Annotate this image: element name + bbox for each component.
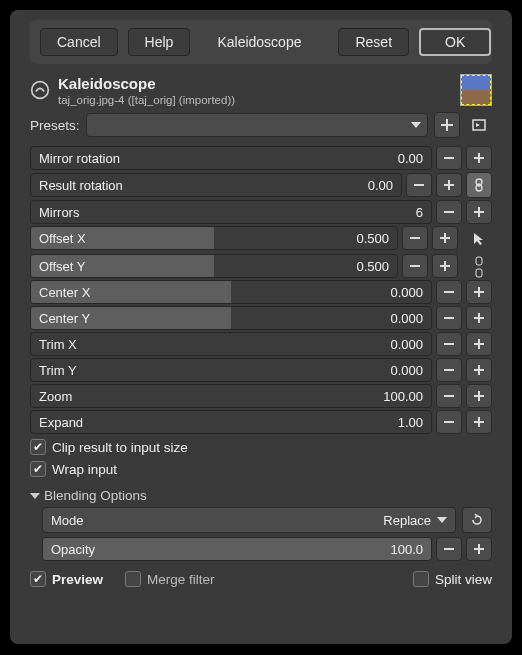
trim-x-plus[interactable] bbox=[466, 332, 492, 356]
mirror-rotation-label: Mirror rotation bbox=[39, 147, 120, 169]
offset-x-slider[interactable]: Offset X 0.500 bbox=[30, 226, 398, 250]
preset-add-button[interactable] bbox=[434, 112, 460, 138]
trim-x-value: 0.000 bbox=[390, 333, 423, 355]
mirrors-label: Mirrors bbox=[39, 201, 79, 223]
blend-mode-reset-button[interactable] bbox=[462, 507, 492, 533]
opacity-value: 100.0 bbox=[390, 538, 423, 560]
center-y-plus[interactable] bbox=[466, 306, 492, 330]
center-y-minus[interactable] bbox=[436, 306, 462, 330]
offset-chain-icon[interactable] bbox=[466, 256, 492, 278]
preset-manage-button[interactable] bbox=[466, 112, 492, 138]
expand-label: Expand bbox=[39, 411, 83, 433]
center-x-plus[interactable] bbox=[466, 280, 492, 304]
trim-y-minus[interactable] bbox=[436, 358, 462, 382]
center-x-slider[interactable]: Center X 0.000 bbox=[30, 280, 432, 304]
opacity-plus[interactable] bbox=[466, 537, 492, 561]
opacity-slider[interactable]: Opacity 100.0 bbox=[42, 537, 432, 561]
blend-mode-label: Mode bbox=[51, 513, 84, 528]
cancel-button[interactable]: Cancel bbox=[40, 28, 118, 56]
mirrors-value: 6 bbox=[416, 201, 423, 223]
blending-section-toggle[interactable]: Blending Options bbox=[30, 480, 492, 507]
help-button[interactable]: Help bbox=[128, 28, 191, 56]
split-view-checkbox[interactable] bbox=[413, 571, 429, 587]
gegl-icon bbox=[30, 80, 50, 100]
expand-plus[interactable] bbox=[466, 410, 492, 434]
result-rotation-plus[interactable] bbox=[436, 173, 462, 197]
zoom-value: 100.00 bbox=[383, 385, 423, 407]
merge-filter-label: Merge filter bbox=[147, 572, 215, 587]
mirror-rotation-slider[interactable]: Mirror rotation 0.00 bbox=[30, 146, 432, 170]
trim-y-value: 0.000 bbox=[390, 359, 423, 381]
filter-title: Kaleidoscope bbox=[58, 75, 452, 92]
blend-mode-select[interactable]: Mode Replace bbox=[42, 507, 456, 533]
offset-y-value: 0.500 bbox=[356, 255, 389, 277]
opacity-label: Opacity bbox=[51, 538, 95, 560]
offset-pick-button[interactable] bbox=[466, 226, 492, 252]
dialog-button-bar: Cancel Help Kaleidoscope Reset OK bbox=[30, 20, 492, 64]
trim-y-slider[interactable]: Trim Y 0.000 bbox=[30, 358, 432, 382]
wrap-label: Wrap input bbox=[52, 462, 117, 477]
zoom-plus[interactable] bbox=[466, 384, 492, 408]
zoom-minus[interactable] bbox=[436, 384, 462, 408]
dialog-name-label: Kaleidoscope bbox=[200, 28, 318, 56]
blending-section-label: Blending Options bbox=[44, 488, 147, 503]
merge-filter-checkbox[interactable] bbox=[125, 571, 141, 587]
chevron-down-icon bbox=[411, 122, 421, 128]
chevron-down-icon bbox=[437, 517, 447, 523]
result-rotation-slider[interactable]: Result rotation 0.00 bbox=[30, 173, 402, 197]
preview-label: Preview bbox=[52, 572, 103, 587]
expand-minus[interactable] bbox=[436, 410, 462, 434]
ok-button[interactable]: OK bbox=[419, 28, 491, 56]
offset-x-value: 0.500 bbox=[356, 227, 389, 249]
presets-label: Presets: bbox=[30, 118, 80, 133]
trim-x-slider[interactable]: Trim X 0.000 bbox=[30, 332, 432, 356]
offset-x-plus[interactable] bbox=[432, 226, 458, 250]
svg-rect-24 bbox=[476, 269, 482, 277]
center-x-label: Center X bbox=[39, 281, 90, 303]
mirror-rotation-value: 0.00 bbox=[398, 147, 423, 169]
trim-y-label: Trim Y bbox=[39, 359, 77, 381]
center-y-label: Center Y bbox=[39, 307, 90, 329]
svg-marker-4 bbox=[476, 123, 480, 127]
wrap-checkbox[interactable] bbox=[30, 461, 46, 477]
mirror-rotation-plus[interactable] bbox=[466, 146, 492, 170]
clip-checkbox[interactable] bbox=[30, 439, 46, 455]
result-rotation-value: 0.00 bbox=[368, 174, 393, 196]
center-x-minus[interactable] bbox=[436, 280, 462, 304]
trim-y-plus[interactable] bbox=[466, 358, 492, 382]
rotation-link-button[interactable] bbox=[466, 172, 492, 198]
center-y-value: 0.000 bbox=[390, 307, 423, 329]
zoom-label: Zoom bbox=[39, 385, 72, 407]
center-y-slider[interactable]: Center Y 0.000 bbox=[30, 306, 432, 330]
svg-rect-23 bbox=[476, 257, 482, 265]
mirrors-minus[interactable] bbox=[436, 200, 462, 224]
mirrors-slider[interactable]: Mirrors 6 bbox=[30, 200, 432, 224]
offset-y-label: Offset Y bbox=[39, 255, 86, 277]
opacity-minus[interactable] bbox=[436, 537, 462, 561]
split-view-label: Split view bbox=[435, 572, 492, 587]
offset-y-slider[interactable]: Offset Y 0.500 bbox=[30, 254, 398, 278]
dialog-window: Cancel Help Kaleidoscope Reset OK Kaleid… bbox=[10, 10, 512, 644]
svg-point-0 bbox=[32, 82, 49, 99]
expand-value: 1.00 bbox=[398, 411, 423, 433]
expand-slider[interactable]: Expand 1.00 bbox=[30, 410, 432, 434]
zoom-slider[interactable]: Zoom 100.00 bbox=[30, 384, 432, 408]
blend-mode-value: Replace bbox=[383, 513, 431, 528]
trim-x-minus[interactable] bbox=[436, 332, 462, 356]
mirrors-plus[interactable] bbox=[466, 200, 492, 224]
result-rotation-minus[interactable] bbox=[406, 173, 432, 197]
preview-checkbox[interactable] bbox=[30, 571, 46, 587]
trim-x-label: Trim X bbox=[39, 333, 77, 355]
reset-button[interactable]: Reset bbox=[338, 28, 409, 56]
offset-y-plus[interactable] bbox=[432, 254, 458, 278]
mirror-rotation-minus[interactable] bbox=[436, 146, 462, 170]
result-rotation-label: Result rotation bbox=[39, 174, 123, 196]
offset-y-minus[interactable] bbox=[402, 254, 428, 278]
clip-label: Clip result to input size bbox=[52, 440, 188, 455]
filter-subtitle: taj_orig.jpg-4 ([taj_orig] (imported)) bbox=[58, 94, 452, 106]
offset-x-label: Offset X bbox=[39, 227, 86, 249]
center-x-value: 0.000 bbox=[390, 281, 423, 303]
offset-x-minus[interactable] bbox=[402, 226, 428, 250]
expand-triangle-icon bbox=[30, 493, 40, 499]
presets-combo[interactable] bbox=[86, 113, 428, 137]
